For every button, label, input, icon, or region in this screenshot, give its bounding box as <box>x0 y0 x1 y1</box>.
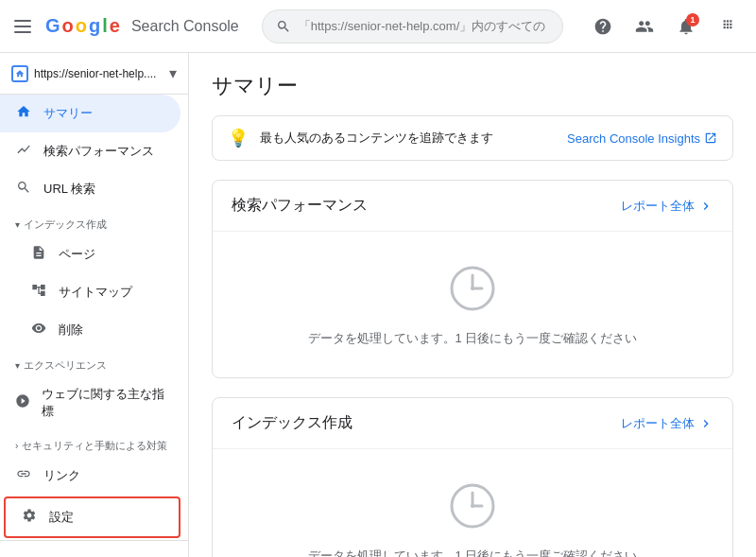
index-processing-text: データを処理しています。1 日後にもう一度ご確認ください <box>308 548 638 557</box>
performance-card-body: データを処理しています。1 日後にもう一度ご確認ください <box>213 231 732 377</box>
sidebar-bottom: フィードバックを送信 Search Console の概要 プライバシー 利用規… <box>0 540 188 557</box>
sidebar-item-removals[interactable]: 削除 <box>0 311 180 349</box>
page-title: サマリー <box>212 53 733 115</box>
sidebar-section-experience-label: エクスペリエンス <box>24 358 107 373</box>
index-card-body: データを処理しています。1 日後にもう一度ご確認ください <box>213 448 732 557</box>
main-content: サマリー 💡 最も人気のあるコンテンツを追跡できます Search Consol… <box>189 53 756 557</box>
links-icon <box>15 466 32 485</box>
sidebar-item-performance[interactable]: 検索パフォーマンス <box>0 132 180 170</box>
app-title: Search Console <box>131 18 239 35</box>
help-icon <box>593 17 612 36</box>
insights-link-label: Search Console Insights <box>567 131 700 146</box>
sidebar-item-links-label: リンク <box>43 467 80 484</box>
property-icon <box>11 65 28 82</box>
sidebar-item-performance-label: 検索パフォーマンス <box>43 143 154 160</box>
clock-icon-performance <box>446 262 499 315</box>
notification-badge: 1 <box>686 13 699 26</box>
performance-card: 検索パフォーマンス レポート全体 データを処理しています。1 日後にもう一度ご確… <box>212 180 733 378</box>
lightbulb-icon: 💡 <box>228 128 249 148</box>
sidebar-item-summary-label: サマリー <box>43 105 93 122</box>
sidebar-item-settings[interactable]: 設定 <box>4 496 180 538</box>
url-inspection-icon <box>15 180 32 199</box>
sidebar-item-pages[interactable]: ページ <box>0 235 180 273</box>
header-actions: 1 <box>586 9 745 44</box>
sidebar-item-sitemaps[interactable]: サイトマップ <box>0 273 180 311</box>
search-input[interactable] <box>299 19 549 33</box>
performance-processing-text: データを処理しています。1 日後にもう一度ご確認ください <box>308 330 638 347</box>
pages-icon <box>30 245 47 264</box>
settings-icon <box>21 508 38 527</box>
index-report-link-label: レポート全体 <box>621 415 695 432</box>
performance-card-header: 検索パフォーマンス レポート全体 <box>213 181 732 231</box>
clock-icon-index <box>446 479 499 532</box>
index-report-link[interactable]: レポート全体 <box>621 415 713 432</box>
menu-icon[interactable] <box>11 15 34 38</box>
account-icon-btn[interactable] <box>627 9 662 44</box>
sidebar-section-index[interactable]: ▾ インデックス作成 <box>0 208 188 235</box>
sidebar-item-pages-label: ページ <box>59 246 95 263</box>
external-link-icon <box>704 131 717 145</box>
sitemaps-icon <box>30 283 47 302</box>
index-card: インデックス作成 レポート全体 データを処理しています。1 日後にもう一度ご確認… <box>212 397 733 557</box>
svg-point-3 <box>471 287 474 290</box>
sidebar-item-sitemaps-label: サイトマップ <box>59 284 132 301</box>
sidebar-item-feedback[interactable]: フィードバックを送信 <box>0 548 180 557</box>
index-card-title: インデックス作成 <box>232 413 352 433</box>
index-card-header: インデックス作成 レポート全体 <box>213 398 732 448</box>
apps-icon-btn[interactable] <box>711 9 745 44</box>
web-vitals-icon <box>15 393 30 412</box>
main-layout: https://senior-net-help.... ▾ サマリー 検索パフォ… <box>0 53 756 557</box>
sidebar-section-index-label: インデックス作成 <box>24 218 107 232</box>
search-icon <box>276 19 291 34</box>
sidebar-item-url-inspection[interactable]: URL 検索 <box>0 170 180 208</box>
property-name: https://senior-net-help.... <box>34 67 163 80</box>
search-console-insights-link[interactable]: Search Console Insights <box>567 131 717 146</box>
performance-report-link[interactable]: レポート全体 <box>621 198 713 215</box>
sidebar-item-web-vitals[interactable]: ウェブに関する主な指標 <box>0 376 180 429</box>
header: Google Search Console 1 <box>0 0 756 53</box>
sidebar-section-experience[interactable]: ▾ エクスペリエンス <box>0 349 188 376</box>
sidebar-item-links[interactable]: リンク <box>0 457 180 495</box>
expand-icon-sec: › <box>15 441 18 451</box>
notification-icon-btn[interactable]: 1 <box>669 9 703 44</box>
performance-report-link-label: レポート全体 <box>621 198 695 215</box>
google-logo: Google <box>45 15 120 37</box>
sidebar-section-security[interactable]: › セキュリティと手動による対策 <box>0 429 188 457</box>
sidebar: https://senior-net-help.... ▾ サマリー 検索パフォ… <box>0 53 189 557</box>
account-icon <box>635 17 654 36</box>
expand-icon: ▾ <box>15 219 20 230</box>
help-icon-btn[interactable] <box>586 9 620 44</box>
expand-icon-exp: ▾ <box>15 360 20 371</box>
property-dropdown-icon: ▾ <box>169 64 177 82</box>
performance-icon <box>15 142 32 161</box>
sidebar-item-web-vitals-label: ウェブに関する主な指標 <box>42 386 165 420</box>
search-bar[interactable] <box>262 9 563 44</box>
chevron-right-icon-index <box>698 416 713 431</box>
sidebar-item-summary[interactable]: サマリー <box>0 95 180 132</box>
svg-point-7 <box>471 504 474 508</box>
performance-card-title: 検索パフォーマンス <box>232 196 368 216</box>
sidebar-item-settings-label: 設定 <box>49 509 74 526</box>
apps-icon <box>718 17 737 36</box>
sidebar-section-security-label: セキュリティと手動による対策 <box>22 439 167 453</box>
home-icon <box>15 104 32 123</box>
insight-banner: 💡 最も人気のあるコンテンツを追跡できます Search Console Ins… <box>212 115 733 161</box>
insight-text: 最も人気のあるコンテンツを追跡できます <box>260 130 556 147</box>
chevron-right-icon <box>698 199 713 214</box>
sidebar-item-removals-label: 削除 <box>59 322 83 339</box>
property-selector[interactable]: https://senior-net-help.... ▾ <box>0 53 188 95</box>
sidebar-item-url-inspection-label: URL 検索 <box>43 181 95 198</box>
removals-icon <box>30 321 47 339</box>
